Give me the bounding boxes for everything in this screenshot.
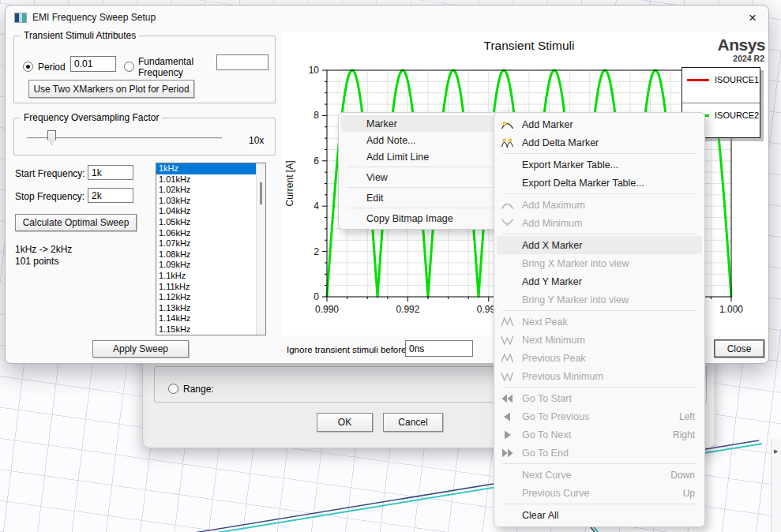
stop-frequency-input[interactable] [88,188,133,203]
scrollbar-thumb[interactable] [260,182,262,204]
menu-item-label: Export Delta Marker Table... [522,178,695,189]
menu-item-label: Add Minimum [522,218,695,229]
menu-separator [347,167,511,167]
menu-item-add-y-marker[interactable]: Add Y Marker [497,272,702,290]
legend-entry: ISOURCE1 [682,68,760,103]
ignore-transient-label: Ignore transient stimuli before [287,345,407,354]
start-frequency-label: Start Frequency: [15,168,85,179]
menu-shortcut: Down [670,470,695,481]
menu-item-label: Export Marker Table... [522,159,695,170]
menu-item-label: Clear All [522,510,695,521]
calculate-optimal-sweep-button[interactable]: Calculate Optimal Sweep [15,214,137,231]
app-icon [14,13,27,23]
menu-separator [502,153,697,154]
menu-item-view[interactable]: View› [341,169,516,185]
close-button[interactable]: Close [714,339,764,358]
menu-item-label: Previous Minimum [522,371,695,382]
close-icon[interactable]: × [743,9,762,26]
menu-item-next-peak: Next Peak [497,313,702,331]
list-item[interactable]: 1.14kHz [156,313,256,324]
period-label: Period [38,62,66,73]
menu-separator [502,504,697,504]
list-item[interactable]: 1kHz [156,163,256,174]
menu-separator [502,310,697,311]
menu-item-label: Next Peak [522,317,695,328]
list-item[interactable]: 1.05kHz [156,217,256,228]
range-radio[interactable] [168,384,178,394]
previous-peak-icon [501,352,522,364]
menu-item-label: Add Note... [366,135,509,146]
add-minimum-icon [501,217,522,229]
menu-item-add-x-marker[interactable]: Add X Marker [497,236,702,254]
menu-item-add-minimum: Add Minimum [497,214,702,232]
menu-separator [347,187,511,188]
x-tick-label: 1.000 [719,304,743,315]
menu-item-export-delta-marker-table[interactable]: Export Delta Marker Table... [497,174,702,192]
fundamental-frequency-input[interactable] [216,54,268,70]
menu-item-add-note[interactable]: Add Note... [341,132,516,148]
ok-button[interactable]: OK [317,413,373,432]
next-peak-icon [501,316,522,328]
menu-separator [347,208,511,208]
marker-submenu: Add MarkerAdd Delta MarkerExport Marker … [494,112,705,527]
menu-item-bring-x-marker-into-view: Bring X Marker into view [497,254,702,272]
range-radio-label: Range: [183,384,214,395]
list-item[interactable]: 1.03kHz [156,196,256,207]
fundamental-frequency-label: Fundamental Frequency [138,56,193,78]
period-radio[interactable] [23,62,33,72]
menu-item-marker[interactable]: Marker› [341,115,516,132]
menu-item-clear-all[interactable]: Clear All [497,506,702,524]
menu-item-label: Go To End [522,448,695,459]
cancel-button[interactable]: Cancel [383,413,443,432]
menu-item-add-delta-marker[interactable]: Add Delta Marker [497,133,702,152]
next-minimum-icon [501,334,522,346]
fundamental-frequency-radio[interactable] [124,62,134,72]
menu-item-copy-bitmap-image[interactable]: Copy Bitmap Image [341,210,516,227]
menu-item-label: Add Limit Line [366,152,505,163]
menu-item-previous-peak: Previous Peak [497,349,702,367]
oversampling-slider-track[interactable] [27,137,222,140]
menu-item-label: Next Minimum [522,335,695,346]
list-item[interactable]: 1.04kHz [156,206,256,217]
list-item[interactable]: 1.1kHz [156,271,256,282]
list-item[interactable]: 1.01kHz [156,174,256,185]
menu-separator [502,463,697,464]
list-item[interactable]: 1.09kHz [156,260,256,271]
isource1-line-swatch [687,79,709,81]
period-input[interactable] [70,56,116,72]
y-axis-label: Current [A] [284,160,295,206]
list-item[interactable]: 1.02kHz [156,185,256,196]
menu-item-label: Go To Previous [522,411,665,422]
menu-item-label: Marker [366,118,505,129]
start-frequency-input[interactable] [88,165,133,180]
list-item[interactable]: 1.07kHz [156,238,256,249]
list-item[interactable]: 1.12kHz [156,292,256,303]
list-item[interactable]: 1.13kHz [156,303,256,314]
ignore-transient-input[interactable] [405,340,473,357]
add-delta-marker-icon [501,137,522,148]
menu-item-label: Bring X Marker into view [522,258,695,269]
list-item[interactable]: 1.08kHz [156,249,256,260]
background-scrollbar[interactable]: ▶ [771,439,781,532]
apply-sweep-button[interactable]: Apply Sweep [92,340,189,358]
x-tick-label: 0.990 [315,304,339,315]
menu-item-add-marker[interactable]: Add Marker [497,115,702,133]
menu-item-label: Add X Marker [522,240,695,251]
add-marker-icon [501,118,522,130]
y-tick-label: 4 [314,200,319,212]
frequency-list-scrollbar[interactable] [256,163,265,335]
menu-shortcut: Right [673,429,695,440]
menu-shortcut: Up [683,488,695,499]
legend-label: ISOURCE2 [715,111,759,120]
list-item[interactable]: 1.15kHz [156,324,256,335]
use-two-xmarkers-button[interactable]: Use Two XMarkers on Plot for Period [28,80,194,98]
menu-item-edit[interactable]: Edit› [341,189,516,206]
menu-item-add-maximum: Add Maximum [497,196,702,214]
menu-item-export-marker-table[interactable]: Export Marker Table... [497,155,702,174]
menu-item-add-limit-line[interactable]: Add Limit Line› [341,148,516,165]
list-item[interactable]: 1.06kHz [156,228,256,239]
title-bar[interactable]: EMI Frequency Sweep Setup × [6,6,768,29]
list-item[interactable]: 1.11kHz [156,282,256,293]
menu-item-label: View [366,172,505,183]
frequency-listbox[interactable]: 1kHz1.01kHz1.02kHz1.03kHz1.04kHz1.05kHz1… [156,163,266,335]
